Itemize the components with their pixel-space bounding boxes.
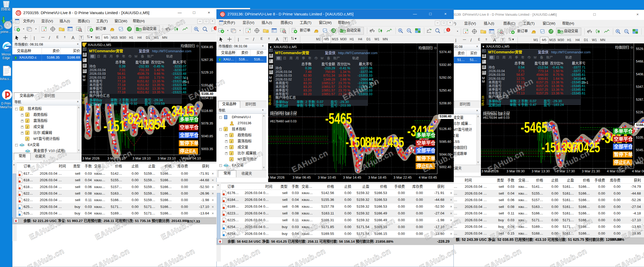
- svg-text:1: 1: [447, 28, 449, 31]
